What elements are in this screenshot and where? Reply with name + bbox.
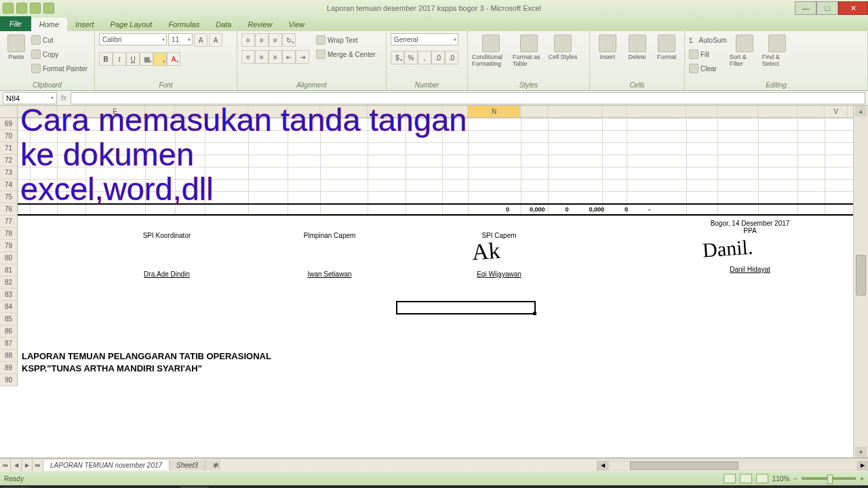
align-center-button[interactable]: ≡ [255,50,269,64]
select-all-corner[interactable] [0,106,18,118]
percent-button[interactable]: % [404,51,418,64]
scroll-right-button[interactable]: ▶ [857,461,868,470]
sheet-tab[interactable]: Sheet3 [170,460,205,470]
next-sheet-button[interactable]: ▶ [22,460,33,472]
italic-button[interactable]: I [113,52,126,66]
inc-decimal-button[interactable]: .0 [431,51,445,64]
font-color-button[interactable]: A [167,52,180,66]
bold-button[interactable]: B [99,52,113,66]
ribbon: Paste Cut Copy Format Painter Clipboard … [0,31,868,91]
conditional-formatting-button[interactable]: Conditional Formatting [472,33,510,75]
tab-page-layout[interactable]: Page Layout [102,18,161,31]
zoom-slider[interactable] [802,477,856,480]
sheet-canvas[interactable]: 00,00000,0000- SPI Koordinator Dra.Ade D… [18,118,853,458]
tab-insert[interactable]: Insert [67,18,102,31]
page-break-view-button[interactable] [756,474,768,483]
minimize-button[interactable]: — [795,1,816,15]
merge-center-button[interactable]: Merge & Center [316,47,376,61]
decrease-font-button[interactable]: A [209,33,222,47]
zoom-level[interactable]: 110% [772,475,790,483]
font-size-select[interactable]: 11 [168,33,193,45]
new-sheet-button[interactable]: ✻ [205,460,220,470]
fill-color-button[interactable] [153,52,167,66]
align-left-button[interactable]: ≡ [241,50,255,64]
column-headers[interactable]: ENV [18,106,853,118]
scroll-up-button[interactable]: ▲ [855,106,867,117]
horizontal-scrollbar[interactable]: ◀ ▶ [597,460,868,471]
tab-data[interactable]: Data [208,18,239,31]
align-right-button[interactable]: ≡ [269,50,282,64]
eraser-icon [689,64,698,73]
orientation-button[interactable]: ↻ [282,33,296,47]
tab-formulas[interactable]: Formulas [160,18,208,31]
format-as-table-button[interactable]: Format as Table [513,33,545,75]
insert-cells-button[interactable]: Insert [594,33,621,75]
sheet-tab-active[interactable]: LAPORAN TEMUAN november 2017 [43,460,170,470]
tab-review[interactable]: Review [239,18,280,31]
status-ready: Ready [4,475,24,483]
quick-access-toolbar [0,3,54,14]
row-headers[interactable]: 6970717273747576777879808182838485868788… [0,118,18,386]
worksheet-grid[interactable]: ENV 697071727374757677787980818283848586… [0,106,868,458]
maximize-button[interactable]: □ [816,1,838,15]
align-middle-button[interactable]: ≡ [255,33,269,47]
zoom-in-button[interactable]: + [860,475,864,483]
copy-button[interactable]: Copy [31,47,87,61]
border-button[interactable]: ▦ [140,52,153,66]
comma-button[interactable]: , [418,51,431,64]
align-top-button[interactable]: ≡ [241,33,255,47]
dec-decimal-button[interactable]: .0 [445,51,458,64]
format-painter-button[interactable]: Format Painter [31,62,87,75]
first-sheet-button[interactable]: ⏮ [0,460,11,472]
scroll-down-button[interactable]: ▼ [855,447,867,458]
indent-dec-button[interactable]: ⇤ [282,50,296,64]
formula-bar: N84 fx [0,91,868,106]
vertical-scrollbar[interactable]: ▲ ▼ [853,106,868,458]
fx-icon[interactable]: fx [61,94,66,102]
scroll-left-button[interactable]: ◀ [597,461,608,470]
scroll-thumb[interactable] [856,255,866,296]
indent-inc-button[interactable]: ⇥ [296,50,309,64]
name-box[interactable]: N84 [3,92,57,104]
close-button[interactable]: ✕ [838,1,868,15]
sig-title: PPA [682,227,818,235]
autosum-button[interactable]: Σ AutoSum [689,33,727,47]
clear-button[interactable]: Clear [689,62,727,75]
cut-button[interactable]: Cut [31,33,87,47]
find-select-button[interactable]: Find & Select [762,33,792,75]
format-cells-button[interactable]: Format [653,33,680,75]
group-number: General $ % , .0 .0 Number [387,31,468,90]
active-cell[interactable] [396,301,536,314]
zoom-out-button[interactable]: − [793,475,797,483]
undo-icon[interactable] [30,3,41,14]
underline-button[interactable]: U [126,52,140,66]
align-bottom-button[interactable]: ≡ [269,33,282,47]
group-cells: Insert Delete Format Cells [590,31,685,90]
tab-view[interactable]: View [281,18,313,31]
save-icon[interactable] [16,3,27,14]
gridlines [18,118,853,458]
paste-button[interactable]: Paste [4,33,28,75]
tab-home[interactable]: Home [31,18,67,31]
wrap-text-button[interactable]: Wrap Text [316,33,376,47]
redo-icon[interactable] [43,3,54,14]
number-format-select[interactable]: General [391,33,458,45]
sort-filter-button[interactable]: Sort & Filter [730,33,760,75]
fill-button[interactable]: Fill [689,47,727,61]
delete-cells-button[interactable]: Delete [624,33,651,75]
sheet-nav[interactable]: ⏮ ◀ ▶ ⏭ [0,460,43,472]
cell-styles-button[interactable]: Cell Styles [548,33,578,75]
group-clipboard: Paste Cut Copy Format Painter Clipboard [0,31,95,90]
accounting-button[interactable]: $ [391,51,404,64]
hscroll-thumb[interactable] [630,462,738,470]
last-sheet-button[interactable]: ⏭ [33,460,43,472]
file-tab[interactable]: File [0,16,31,31]
sig-block-3: SPI Capem Ak Egi Wijayawan [452,232,547,278]
ribbon-tabs: File Home Insert Page Layout Formulas Da… [0,16,868,31]
font-name-select[interactable]: Calibri [99,33,167,45]
page-layout-view-button[interactable] [740,474,752,483]
formula-input[interactable] [71,92,865,104]
prev-sheet-button[interactable]: ◀ [11,460,22,472]
normal-view-button[interactable] [724,474,736,483]
increase-font-button[interactable]: A [194,33,208,47]
